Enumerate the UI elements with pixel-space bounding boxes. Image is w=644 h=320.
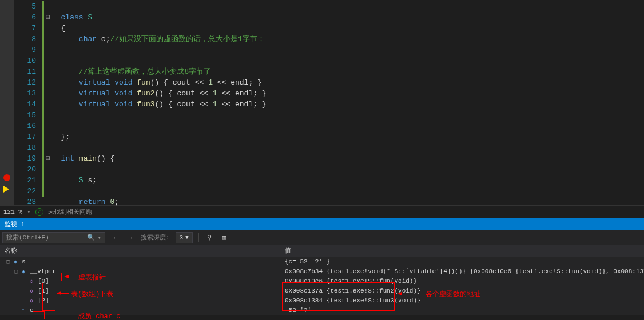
watch-columns-header: 名称 值	[0, 245, 644, 257]
watch-row[interactable]: ◇[1]0x008c137a {test1.exe!S::fun2(void)}	[0, 286, 644, 295]
code-line[interactable]: S s;	[44, 175, 644, 186]
code-line[interactable]	[44, 1, 644, 12]
code-line[interactable]: ⊟ class S	[44, 12, 644, 23]
nav-next-icon[interactable]: →	[126, 233, 135, 242]
search-input[interactable]: 搜索(Ctrl+E) 🔍 ▾	[2, 232, 105, 243]
diamond-icon: ◇	[27, 277, 35, 285]
watch-title: 监视 1	[5, 220, 25, 229]
var-value: -52 '?'	[280, 305, 644, 315]
col-header-name[interactable]: 名称	[0, 245, 280, 257]
code-line[interactable]: return 0;	[44, 197, 644, 207]
field-icon: ▫	[19, 306, 27, 314]
current-line-arrow	[3, 186, 9, 193]
gutter-margin[interactable]	[0, 0, 14, 205]
nav-prev-icon[interactable]: ←	[111, 233, 120, 242]
tree-toggle-icon[interactable]: ▢	[5, 258, 11, 265]
var-value: {c=-52 '?' }	[280, 257, 644, 266]
code-line[interactable]	[44, 55, 644, 66]
columns-icon[interactable]: ▥	[220, 233, 229, 242]
diamond-icon: ◇	[27, 287, 35, 295]
cube-icon: ◈	[11, 258, 19, 266]
code-line[interactable]	[44, 164, 644, 175]
watch-toolbar: 搜索(Ctrl+E) 🔍 ▾ ← → 搜索深度: 3 ▼ ⚲ ▥	[0, 230, 644, 245]
code-line[interactable]	[44, 121, 644, 131]
watch-row[interactable]: ◇[2]0x008c1384 {test1.exe!S::fun3(void)}	[0, 295, 644, 305]
code-line[interactable]: {	[44, 23, 644, 34]
var-name: c	[30, 307, 34, 314]
issues-status: 未找到相关问题	[48, 207, 92, 216]
code-line[interactable]: char c;//如果没下面的虚函数的话，总大小是1字节；	[44, 34, 644, 45]
code-line[interactable]	[44, 110, 644, 121]
var-name: __vfptr	[30, 268, 56, 275]
watch-panel: 监视 1 搜索(Ctrl+E) 🔍 ▾ ← → 搜索深度: 3 ▼ ⚲ ▥ 名称…	[0, 218, 644, 315]
code-line[interactable]	[44, 186, 644, 197]
var-name: [1]	[38, 287, 49, 294]
code-editor[interactable]: 567891011121314151617181920212223 ⊟ clas…	[0, 0, 644, 205]
var-name: [0]	[38, 278, 49, 285]
tree-toggle-icon[interactable]: ▢	[13, 267, 19, 275]
watch-rows: ▢◈s{c=-52 '?' }▢◈__vfptr0x008c7b34 {test…	[0, 257, 644, 315]
code-line[interactable]: virtual void fun2() { cout << 1 << endl;…	[44, 88, 644, 99]
var-name: s	[22, 258, 26, 265]
code-line[interactable]: virtual void fun3() { cout << 1 << endl;…	[44, 99, 644, 110]
var-value: 0x008c1384 {test1.exe!S::fun3(void)}	[280, 295, 644, 305]
cube-icon: ◈	[19, 267, 27, 275]
watch-row[interactable]: ▫c-52 '?'	[0, 305, 644, 315]
diamond-icon: ◇	[27, 297, 35, 305]
depth-select[interactable]: 3 ▼	[176, 232, 193, 243]
zoom-level[interactable]: 121 %	[3, 209, 22, 215]
watch-row[interactable]: ◇[0]0x008c10e6 {test1.exe!S::fun(void)}	[0, 276, 644, 286]
col-header-value[interactable]: 值	[280, 245, 644, 257]
code-content[interactable]: ⊟ class S { char c;//如果没下面的虚函数的话，总大小是1字节…	[42, 0, 644, 205]
search-placeholder: 搜索(Ctrl+E)	[6, 233, 49, 242]
code-line[interactable]: ⊟ int main() {	[44, 153, 644, 164]
var-value: 0x008c10e6 {test1.exe!S::fun(void)}	[280, 276, 644, 286]
line-numbers: 567891011121314151617181920212223	[14, 0, 42, 205]
depth-label: 搜索深度:	[141, 233, 170, 242]
check-icon: ✓	[35, 208, 43, 216]
code-line[interactable]	[44, 45, 644, 55]
code-line[interactable]: virtual void fun() { cout << 1 << endl; …	[44, 77, 644, 88]
search-dropdown-icon[interactable]: ▾	[97, 234, 101, 241]
var-name: [2]	[38, 297, 49, 304]
watch-row[interactable]: ▢◈s{c=-52 '?' }	[0, 257, 644, 266]
zoom-dropdown-icon[interactable]: ▾	[27, 208, 31, 215]
watch-row[interactable]: ▢◈__vfptr0x008c7b34 {test1.exe!void(* S:…	[0, 266, 644, 276]
watch-header[interactable]: 监视 1	[0, 218, 644, 230]
breakpoint-marker[interactable]	[3, 174, 10, 181]
code-line[interactable]	[44, 142, 644, 153]
var-value: 0x008c7b34 {test1.exe!void(* S::`vftable…	[280, 266, 644, 276]
code-line[interactable]: //算上这些虚函数，总大小变成8字节了	[44, 66, 644, 77]
filter-icon[interactable]: ⚲	[205, 233, 214, 242]
chevron-down-icon: ▼	[185, 235, 188, 241]
var-value: 0x008c137a {test1.exe!S::fun2(void)}	[280, 286, 644, 295]
search-icon[interactable]: 🔍	[87, 234, 95, 241]
code-line[interactable]: };	[44, 131, 644, 142]
